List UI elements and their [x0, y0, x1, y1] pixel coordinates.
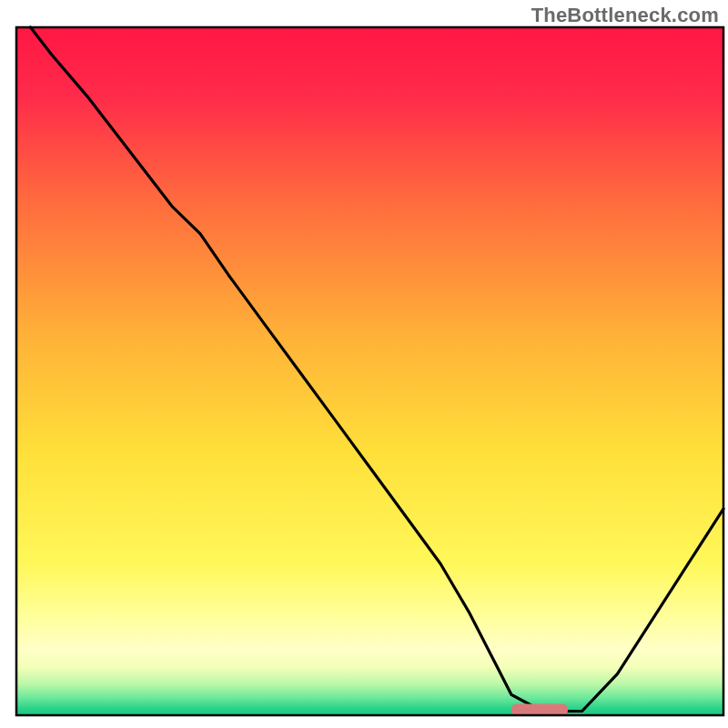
plot-background [16, 27, 723, 715]
chart-container: TheBottleneck.com [0, 0, 728, 728]
watermark-text: TheBottleneck.com [531, 4, 719, 27]
bottleneck-chart [0, 0, 728, 728]
optimal-range-marker [511, 703, 568, 715]
